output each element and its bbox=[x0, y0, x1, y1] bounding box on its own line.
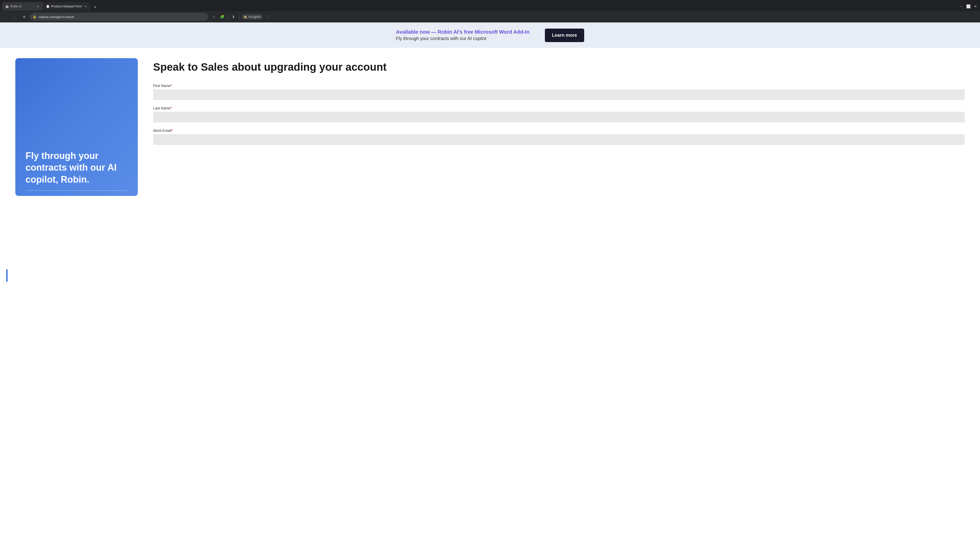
last-name-input[interactable] bbox=[153, 112, 965, 122]
work-email-label: Work Email* bbox=[153, 129, 965, 133]
close-button[interactable]: ✕ bbox=[973, 4, 978, 9]
tab-hubspot[interactable]: 📋 Product Hubspot Form ✕ bbox=[43, 2, 91, 11]
toolbar-actions: ☆ 🧩 ⬇ 🕵️ Incognito ⋮ bbox=[210, 13, 271, 21]
last-name-label: Last Name* bbox=[153, 106, 965, 110]
address-text: robinai.com/get-in-touch bbox=[38, 15, 205, 19]
first-name-required-star: * bbox=[170, 84, 172, 88]
first-name-input[interactable] bbox=[153, 89, 965, 100]
browser-titlebar: 🤖 Robin AI ✕ 📋 Product Hubspot Form ✕ + … bbox=[0, 0, 980, 11]
maximize-button[interactable]: ⬜ bbox=[966, 4, 971, 9]
page-content: Available now — Robin AI's free Microsof… bbox=[0, 22, 980, 206]
work-email-input[interactable] bbox=[153, 134, 965, 145]
tab-bar: 🤖 Robin AI ✕ 📋 Product Hubspot Form ✕ + bbox=[2, 2, 956, 11]
menu-button[interactable]: ⋮ bbox=[264, 13, 271, 21]
banner-text-area: Available now — Robin AI's free Microsof… bbox=[396, 29, 529, 41]
first-name-field: First Name* bbox=[153, 84, 965, 100]
extensions-button[interactable]: 🧩 bbox=[218, 13, 226, 21]
window-controls: − ⬜ ✕ bbox=[959, 4, 978, 9]
banner: Available now — Robin AI's free Microsof… bbox=[0, 22, 980, 48]
minimize-button[interactable]: − bbox=[959, 4, 964, 9]
new-tab-button[interactable]: + bbox=[92, 3, 99, 11]
reload-button[interactable]: ✕ bbox=[21, 13, 27, 21]
forward-button[interactable]: → bbox=[11, 13, 18, 21]
browser-toolbar: ← → ✕ 🔒 robinai.com/get-in-touch ☆ 🧩 ⬇ 🕵… bbox=[0, 11, 980, 22]
tab-close-robin-ai[interactable]: ✕ bbox=[36, 4, 40, 8]
banner-headline: Available now — Robin AI's free Microsof… bbox=[396, 29, 529, 35]
form-title: Speak to Sales about upgrading your acco… bbox=[153, 61, 965, 73]
left-card: Fly through your contracts with our AI c… bbox=[15, 58, 138, 196]
tab-favicon-robin-ai: 🤖 bbox=[5, 5, 9, 8]
last-name-field: Last Name* bbox=[153, 106, 965, 122]
right-form: Speak to Sales about upgrading your acco… bbox=[153, 58, 965, 196]
browser-chrome: 🤖 Robin AI ✕ 📋 Product Hubspot Form ✕ + … bbox=[0, 0, 980, 22]
address-bar[interactable]: 🔒 robinai.com/get-in-touch bbox=[30, 13, 208, 21]
tab-favicon-hubspot: 📋 bbox=[46, 5, 49, 8]
incognito-label: Incognito bbox=[248, 15, 261, 19]
download-button[interactable]: ⬇ bbox=[230, 13, 237, 21]
incognito-icon: 🕵️ bbox=[243, 15, 247, 19]
tab-robin-ai[interactable]: 🤖 Robin AI ✕ bbox=[2, 2, 43, 11]
work-email-field: Work Email* bbox=[153, 129, 965, 145]
tab-title-robin-ai: Robin AI bbox=[10, 5, 34, 8]
bookmark-button[interactable]: ☆ bbox=[210, 13, 218, 21]
incognito-badge: 🕵️ Incognito bbox=[242, 14, 263, 20]
left-card-text: Fly through your contracts with our AI c… bbox=[25, 150, 127, 186]
left-card-bottom-line bbox=[25, 190, 127, 191]
work-email-required-star: * bbox=[171, 129, 172, 133]
banner-subtext: Fly through your contracts with our AI c… bbox=[396, 36, 529, 41]
last-name-required-star: * bbox=[170, 106, 172, 110]
main-content: Fly through your contracts with our AI c… bbox=[0, 48, 980, 206]
tab-title-hubspot: Product Hubspot Form bbox=[51, 5, 82, 8]
learn-more-button[interactable]: Learn more bbox=[545, 29, 584, 42]
first-name-label: First Name* bbox=[153, 84, 965, 88]
tab-close-hubspot[interactable]: ✕ bbox=[83, 4, 88, 8]
back-button[interactable]: ← bbox=[2, 13, 9, 21]
toolbar-divider bbox=[228, 14, 228, 19]
security-icon: 🔒 bbox=[33, 15, 37, 19]
